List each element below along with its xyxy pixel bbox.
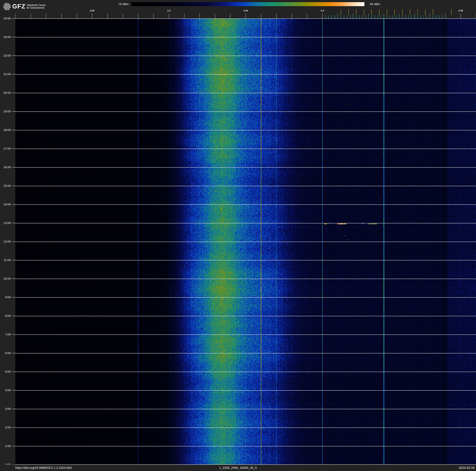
- ble-channel-tick: [378, 15, 378, 18]
- wifi-channel-tick: [379, 9, 379, 15]
- wifi-channel-tick: [348, 9, 349, 15]
- hour-label: 2:00: [0, 426, 11, 429]
- hour-label: 18:00: [0, 128, 11, 132]
- freq-tick: [123, 14, 123, 18]
- ble-channel-tick: [442, 15, 442, 18]
- hour-label: 12:00: [0, 240, 11, 243]
- ble-channel-tick: [445, 15, 445, 18]
- hour-label: 15:00: [0, 184, 11, 188]
- hour-tick: [12, 37, 15, 37]
- freq-tick: [92, 14, 92, 18]
- hour-tick: [12, 130, 15, 130]
- ble-channel-tick: [399, 15, 399, 18]
- hour-label: 13:00: [0, 221, 11, 225]
- hour-tick: [12, 316, 15, 316]
- hour-label: 6:00: [0, 351, 11, 355]
- ble-channel-tick: [338, 15, 338, 18]
- ble-channel-tick: [427, 15, 427, 18]
- hour-label: 5:00: [0, 370, 11, 373]
- hour-label: 8:00: [0, 314, 11, 318]
- ble-channel-tick: [408, 15, 408, 18]
- freq-label: 2.3: [167, 9, 170, 12]
- freq-tick: [169, 14, 169, 18]
- hour-label: 17:00: [0, 147, 11, 150]
- hour-label: 21:00: [0, 72, 11, 76]
- dataset-name: 1_2200_2500_10000_40_0: [219, 465, 257, 471]
- freq-tick: [307, 14, 307, 18]
- hour-label: 19:00: [0, 110, 11, 113]
- wifi-channel-tick: [341, 9, 341, 15]
- freq-tick: [460, 14, 461, 18]
- ble-channel-tick: [325, 15, 326, 18]
- ble-channel-tick: [390, 15, 390, 18]
- ble-channel-tick: [414, 15, 415, 18]
- freq-label: 2.25: [90, 9, 94, 12]
- hour-label: 22:00: [0, 54, 11, 57]
- ble-channel-tick: [402, 15, 402, 18]
- ble-channel-tick: [350, 15, 350, 18]
- ble-channel-tick: [365, 15, 366, 18]
- hour-tick: [12, 186, 15, 186]
- ble-channel-tick: [424, 15, 424, 18]
- wifi-channel-tick: [433, 9, 433, 15]
- wifi-channel-tick: [364, 9, 364, 15]
- freq-tick: [230, 14, 230, 18]
- ble-channel-tick: [393, 15, 393, 18]
- ble-channel-tick: [418, 15, 418, 18]
- hour-tick: [12, 167, 15, 167]
- freq-tick: [107, 14, 108, 18]
- hour-tick: [12, 223, 15, 223]
- hour-tick: [12, 204, 15, 205]
- hour-label: 23:00: [0, 35, 11, 39]
- hour-tick: [12, 353, 15, 353]
- hour-label: 1:00: [0, 444, 11, 448]
- ble-channel-tick: [372, 15, 372, 18]
- frequency-axis: 2.252.32.352.42.49: [0, 0, 476, 18]
- hour-tick: [12, 55, 15, 56]
- ble-channel-tick: [374, 15, 375, 18]
- wifi-channel-tick: [356, 9, 357, 15]
- wifi-channel-tick: [387, 9, 387, 15]
- hour-label: 20:00: [0, 91, 11, 94]
- hour-label: 7:00: [0, 333, 11, 336]
- hour-tick: [12, 18, 15, 18]
- ble-channel-tick: [381, 15, 381, 18]
- date-label: 2024-03-28: [459, 465, 475, 471]
- ble-channel-tick: [436, 15, 436, 18]
- freq-tick: [31, 14, 31, 18]
- ble-channel-tick: [332, 15, 332, 18]
- wifi-channel-tick: [451, 9, 452, 15]
- hour-label: 16:00: [0, 165, 11, 169]
- hour-tick: [12, 260, 15, 260]
- time-axis: 24:0023:0022:0021:0020:0019:0018:0017:00…: [0, 0, 15, 471]
- ble-channel-tick: [341, 15, 341, 18]
- ble-channel-tick: [405, 15, 406, 18]
- wifi-channel-tick: [425, 9, 425, 15]
- ble-channel-tick: [430, 15, 430, 18]
- hour-tick: [12, 74, 15, 74]
- freq-tick: [276, 14, 276, 18]
- freq-label: 2.49: [458, 9, 463, 12]
- hour-tick: [12, 390, 15, 390]
- hour-tick: [12, 241, 15, 242]
- wifi-channel-tick: [372, 9, 372, 15]
- wifi-channel-tick: [410, 9, 410, 15]
- hour-tick: [12, 93, 15, 93]
- ble-channel-tick: [433, 15, 433, 18]
- freq-tick: [153, 14, 154, 18]
- freq-tick: [77, 14, 77, 18]
- spectrogram-canvas: [15, 18, 476, 465]
- ble-channel-tick: [387, 15, 387, 18]
- wifi-channel-tick: [402, 9, 402, 15]
- header: GFZ Helmholtz Centre for Geosciences -75…: [0, 0, 476, 18]
- hour-tick: [12, 279, 15, 279]
- spectrogram-page: GFZ Helmholtz Centre for Geosciences -75…: [0, 0, 476, 471]
- ble-channel-tick: [421, 15, 421, 18]
- freq-tick: [138, 14, 138, 18]
- ble-channel-tick: [359, 15, 359, 18]
- freq-tick: [61, 14, 62, 18]
- ble-channel-tick: [362, 15, 362, 18]
- wifi-channel-tick: [394, 9, 395, 15]
- hour-tick: [12, 111, 15, 112]
- hour-label: 11:00: [0, 258, 11, 262]
